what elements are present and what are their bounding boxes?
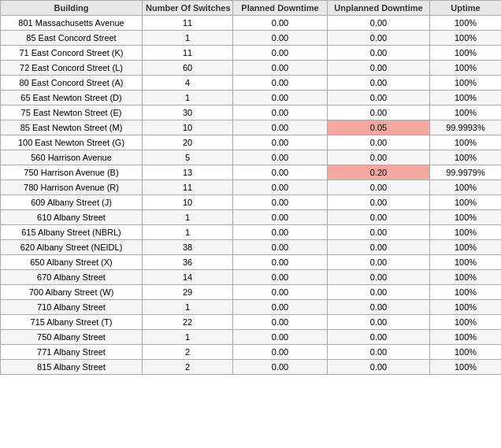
cell-building: 65 East Newton Street (D) xyxy=(1,91,143,106)
table-row: 700 Albany Street (W)290.000.00100% xyxy=(1,285,502,300)
cell-unplanned: 0.00 xyxy=(328,46,430,61)
cell-building: 609 Albany Street (J) xyxy=(1,195,143,210)
cell-uptime: 100% xyxy=(430,345,502,360)
cell-unplanned: 0.00 xyxy=(328,106,430,120)
cell-planned: 0.00 xyxy=(233,106,328,120)
cell-building: 771 Albany Street xyxy=(1,345,143,360)
table-row: 610 Albany Street10.000.00100% xyxy=(1,210,502,225)
cell-switches: 14 xyxy=(143,270,233,285)
col-header-switches: Number Of Switches xyxy=(143,1,233,16)
table-row: 85 East Newton Street (M)100.000.0599.99… xyxy=(1,120,502,135)
cell-planned: 0.00 xyxy=(233,270,328,285)
cell-uptime: 100% xyxy=(430,225,502,240)
cell-uptime: 100% xyxy=(430,210,502,225)
cell-uptime: 100% xyxy=(430,106,502,120)
cell-planned: 0.00 xyxy=(233,61,328,76)
cell-planned: 0.00 xyxy=(233,210,328,225)
cell-switches: 10 xyxy=(143,120,233,135)
cell-planned: 0.00 xyxy=(233,360,328,375)
cell-switches: 1 xyxy=(143,330,233,345)
cell-unplanned: 0.00 xyxy=(328,285,430,300)
uptime-table: Building Number Of Switches Planned Down… xyxy=(0,0,501,375)
cell-unplanned: 0.05 xyxy=(328,120,430,135)
cell-unplanned: 0.00 xyxy=(328,195,430,210)
table-row: 85 East Concord Street10.000.00100% xyxy=(1,31,502,46)
table-row: 815 Albany Street20.000.00100% xyxy=(1,360,502,375)
cell-unplanned: 0.00 xyxy=(328,270,430,285)
table-row: 670 Albany Street140.000.00100% xyxy=(1,270,502,285)
cell-uptime: 99.9993% xyxy=(430,120,502,135)
cell-planned: 0.00 xyxy=(233,135,328,150)
table-row: 750 Albany Street10.000.00100% xyxy=(1,330,502,345)
cell-planned: 0.00 xyxy=(233,240,328,255)
cell-building: 815 Albany Street xyxy=(1,360,143,375)
cell-building: 670 Albany Street xyxy=(1,270,143,285)
cell-switches: 1 xyxy=(143,31,233,46)
table-row: 72 East Concord Street (L)600.000.00100% xyxy=(1,61,502,76)
cell-planned: 0.00 xyxy=(233,120,328,135)
cell-unplanned: 0.00 xyxy=(328,76,430,91)
cell-unplanned: 0.00 xyxy=(328,255,430,270)
table-row: 771 Albany Street20.000.00100% xyxy=(1,345,502,360)
cell-uptime: 100% xyxy=(430,315,502,330)
cell-planned: 0.00 xyxy=(233,225,328,240)
cell-switches: 30 xyxy=(143,106,233,120)
cell-switches: 5 xyxy=(143,150,233,165)
cell-planned: 0.00 xyxy=(233,46,328,61)
cell-unplanned: 0.00 xyxy=(328,135,430,150)
cell-uptime: 100% xyxy=(430,240,502,255)
cell-building: 560 Harrison Avenue xyxy=(1,150,143,165)
cell-uptime: 100% xyxy=(430,285,502,300)
cell-switches: 11 xyxy=(143,180,233,195)
cell-planned: 0.00 xyxy=(233,76,328,91)
table-row: 801 Massachusetts Avenue110.000.00100% xyxy=(1,16,502,31)
cell-building: 780 Harrison Avenue (R) xyxy=(1,180,143,195)
col-header-uptime: Uptime xyxy=(430,1,502,16)
table-row: 750 Harrison Avenue (B)130.000.2099.9979… xyxy=(1,165,502,180)
cell-switches: 20 xyxy=(143,135,233,150)
cell-unplanned: 0.00 xyxy=(328,225,430,240)
col-header-unplanned: Unplanned Downtime xyxy=(328,1,430,16)
cell-switches: 11 xyxy=(143,16,233,31)
cell-switches: 1 xyxy=(143,300,233,315)
table-row: 710 Albany Street10.000.00100% xyxy=(1,300,502,315)
cell-uptime: 100% xyxy=(430,330,502,345)
table-row: 715 Albany Street (T)220.000.00100% xyxy=(1,315,502,330)
cell-unplanned: 0.00 xyxy=(328,210,430,225)
col-header-planned: Planned Downtime xyxy=(233,1,328,16)
table-row: 75 East Newton Street (E)300.000.00100% xyxy=(1,106,502,120)
cell-uptime: 100% xyxy=(430,360,502,375)
table-row: 650 Albany Street (X)360.000.00100% xyxy=(1,255,502,270)
cell-switches: 29 xyxy=(143,285,233,300)
table-row: 620 Albany Street (NEIDL)380.000.00100% xyxy=(1,240,502,255)
table-row: 609 Albany Street (J)100.000.00100% xyxy=(1,195,502,210)
cell-uptime: 100% xyxy=(430,91,502,106)
cell-unplanned: 0.00 xyxy=(328,31,430,46)
cell-switches: 60 xyxy=(143,61,233,76)
cell-uptime: 100% xyxy=(430,150,502,165)
cell-planned: 0.00 xyxy=(233,91,328,106)
cell-planned: 0.00 xyxy=(233,150,328,165)
cell-building: 700 Albany Street (W) xyxy=(1,285,143,300)
cell-building: 620 Albany Street (NEIDL) xyxy=(1,240,143,255)
cell-switches: 10 xyxy=(143,195,233,210)
table-row: 780 Harrison Avenue (R)110.000.00100% xyxy=(1,180,502,195)
cell-uptime: 100% xyxy=(430,300,502,315)
cell-building: 801 Massachusetts Avenue xyxy=(1,16,143,31)
cell-planned: 0.00 xyxy=(233,31,328,46)
cell-switches: 22 xyxy=(143,315,233,330)
cell-uptime: 100% xyxy=(430,135,502,150)
cell-planned: 0.00 xyxy=(233,195,328,210)
cell-uptime: 100% xyxy=(430,255,502,270)
cell-switches: 13 xyxy=(143,165,233,180)
cell-uptime: 100% xyxy=(430,61,502,76)
cell-planned: 0.00 xyxy=(233,345,328,360)
cell-building: 80 East Concord Street (A) xyxy=(1,76,143,91)
cell-planned: 0.00 xyxy=(233,180,328,195)
cell-building: 100 East Newton Street (G) xyxy=(1,135,143,150)
cell-unplanned: 0.00 xyxy=(328,91,430,106)
cell-uptime: 100% xyxy=(430,31,502,46)
cell-unplanned: 0.20 xyxy=(328,165,430,180)
col-header-building: Building xyxy=(1,1,143,16)
cell-switches: 36 xyxy=(143,255,233,270)
